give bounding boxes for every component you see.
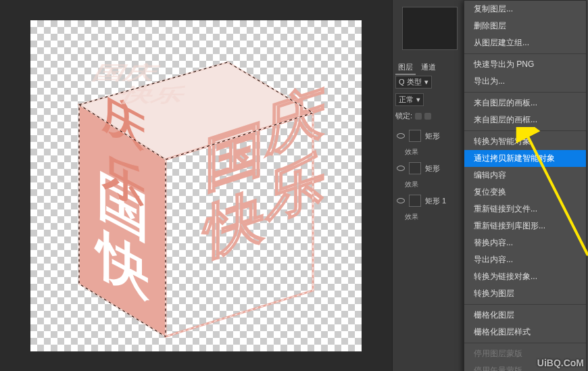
blend-mode-label: 正常 bbox=[399, 95, 414, 105]
menu-item[interactable]: 转换为链接对象... bbox=[464, 268, 586, 285]
menu-separator bbox=[464, 92, 586, 93]
tab-layers[interactable]: 图层 bbox=[395, 61, 416, 75]
chevron-down-icon: ▾ bbox=[424, 78, 428, 86]
layer-filter-dropdown[interactable]: Q 类型 ▾ bbox=[395, 76, 432, 89]
transparency-checkerboard: 国 快 庆 乐 国 庆 快 乐 国庆 快乐 bbox=[30, 20, 362, 351]
layer-thumbnail[interactable] bbox=[409, 195, 421, 207]
menu-item[interactable]: 重新链接到文件... bbox=[464, 201, 586, 218]
effects-label: 效果 bbox=[405, 180, 418, 189]
menu-item[interactable]: 重新链接到库图形... bbox=[464, 218, 586, 234]
canvas-area[interactable]: 国 快 庆 乐 国 庆 快 乐 国庆 快乐 bbox=[0, 0, 392, 371]
menu-separator bbox=[464, 304, 586, 305]
svg-text:快乐: 快乐 bbox=[115, 84, 191, 105]
menu-item[interactable]: 转换为图层 bbox=[464, 285, 586, 302]
layer-name: 矩形 bbox=[425, 164, 440, 174]
menu-item[interactable]: 导出为... bbox=[464, 73, 586, 90]
layer-effects-row[interactable]: 效果 bbox=[393, 145, 467, 159]
menu-item[interactable]: 来自图层的画框... bbox=[464, 112, 586, 128]
layer-name: 矩形 bbox=[425, 131, 440, 141]
menu-separator bbox=[464, 130, 586, 131]
lock-transparent-icon[interactable] bbox=[415, 113, 422, 120]
menu-item[interactable]: 栅格化图层 bbox=[464, 307, 586, 324]
layer-row[interactable]: 矩形 bbox=[393, 159, 467, 177]
lock-brush-icon[interactable] bbox=[424, 113, 431, 120]
menu-separator bbox=[464, 53, 586, 54]
menu-item[interactable]: 复位变换 bbox=[464, 184, 586, 201]
layer-name: 矩形 1 bbox=[425, 196, 446, 206]
blend-mode-dropdown[interactable]: 正常 ▾ bbox=[395, 93, 424, 106]
menu-item[interactable]: 快速导出为 PNG bbox=[464, 56, 586, 73]
layer-row[interactable]: 矩形 bbox=[393, 127, 467, 145]
layer-thumbnail[interactable] bbox=[409, 162, 421, 174]
layers-list: 矩形 效果 矩形 效果 矩形 1 效果 bbox=[393, 127, 467, 224]
menu-item[interactable]: 转换为智能对象 bbox=[464, 133, 586, 150]
menu-item[interactable]: 复制图层... bbox=[464, 1, 586, 18]
effects-label: 效果 bbox=[405, 147, 418, 157]
menu-separator bbox=[464, 343, 586, 343]
svg-text:国庆: 国庆 bbox=[89, 61, 164, 82]
visibility-eye-icon[interactable] bbox=[397, 133, 405, 139]
menu-item[interactable]: 栅格化图层样式 bbox=[464, 324, 586, 341]
layer-filter-label: Q 类型 bbox=[399, 77, 422, 87]
chevron-down-icon: ▾ bbox=[416, 95, 420, 104]
menu-item[interactable]: 通过拷贝新建智能对象 bbox=[464, 150, 586, 167]
menu-item[interactable]: 来自图层的画板... bbox=[464, 95, 586, 112]
layer-thumbnail[interactable] bbox=[409, 130, 421, 142]
visibility-eye-icon[interactable] bbox=[397, 198, 405, 203]
panel-tabs: 图层 通道 bbox=[393, 58, 466, 75]
cube-artwork: 国 快 庆 乐 国 庆 快 乐 国庆 快乐 bbox=[30, 20, 362, 351]
visibility-eye-icon[interactable] bbox=[397, 166, 405, 171]
layer-row[interactable]: 矩形 1 bbox=[393, 192, 467, 209]
lock-label: 锁定: bbox=[395, 111, 412, 121]
effects-label: 效果 bbox=[405, 212, 418, 222]
menu-item[interactable]: 从图层建立组... bbox=[464, 34, 586, 51]
menu-item[interactable]: 替换内容... bbox=[464, 234, 586, 251]
menu-item[interactable]: 导出内容... bbox=[464, 251, 586, 268]
layer-effects-row[interactable]: 效果 bbox=[393, 209, 467, 224]
tab-channels[interactable]: 通道 bbox=[418, 61, 439, 75]
layer-context-menu: 复制图层...删除图层从图层建立组...快速导出为 PNG导出为...来自图层的… bbox=[464, 0, 587, 371]
navigator-thumbnail[interactable] bbox=[402, 7, 458, 50]
menu-item[interactable]: 编辑内容 bbox=[464, 167, 586, 184]
watermark-text: UiBQ.CoM bbox=[537, 357, 584, 368]
layer-effects-row[interactable]: 效果 bbox=[393, 177, 467, 192]
layers-panel: 图层 通道 Q 类型 ▾ 正常 ▾ 锁定: 矩形 效果 矩形 bbox=[392, 0, 466, 371]
menu-item[interactable]: 删除图层 bbox=[464, 18, 586, 34]
